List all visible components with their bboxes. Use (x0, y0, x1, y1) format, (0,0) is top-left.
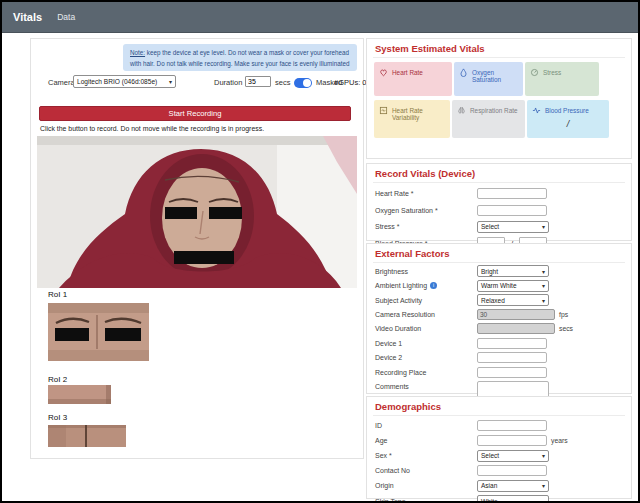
origin-select-value: Asian (481, 482, 497, 489)
roi-2-label: RoI 2 (48, 375, 67, 384)
camera-resolution-input (477, 309, 555, 320)
respiration-icon (457, 106, 466, 115)
stress-select[interactable]: Select (477, 221, 549, 233)
system-vitals-title: System Estimated Vitals (373, 42, 625, 58)
recording-hint: Click the button to record. Do not move … (40, 125, 264, 132)
roi-3-label: RoI 3 (48, 413, 67, 422)
note-prefix: Note: (130, 49, 145, 56)
app-window: Vitals Data Note: keep the device at eye… (0, 0, 640, 503)
roi-2-image (48, 385, 111, 404)
stress-field-label: Stress * (375, 223, 400, 230)
vitals-chip-row-2: Heart Rate Variability Respiration Rate … (374, 100, 625, 138)
oxygen-saturation-input[interactable] (477, 205, 547, 216)
vitals-chip-row-1: Heart Rate Oxygen Saturation Stress (374, 62, 625, 96)
contact-no-label: Contact No (375, 467, 410, 474)
video-duration-input (477, 323, 555, 334)
stress-select-value: Select (481, 223, 499, 230)
roi-1-image (48, 303, 149, 361)
subject-activity-label: Subject Activity (375, 297, 422, 304)
device2-input[interactable] (477, 352, 547, 363)
skin-tone-select-value: White (481, 498, 498, 503)
camera-select-value: Logitech BRIO (046d:085e) (77, 78, 157, 85)
system-vitals-card: System Estimated Vitals Heart Rate Oxyge… (366, 38, 632, 159)
duration-label: Duration (214, 78, 242, 87)
video-duration-unit: secs (559, 325, 573, 332)
skin-tone-label: Skin Tone (375, 498, 406, 503)
oxygen-saturation-chip: Oxygen Saturation (454, 62, 523, 96)
camera-resolution-unit: fps (559, 311, 568, 318)
duration-input[interactable] (245, 76, 271, 87)
recording-place-input[interactable] (477, 367, 547, 378)
instruction-note: Note: keep the device at eye level. Do n… (123, 44, 357, 71)
contact-no-input[interactable] (477, 465, 547, 476)
droplet-icon (459, 68, 468, 77)
recording-panel: Note: keep the device at eye level. Do n… (30, 38, 364, 459)
camera-select[interactable]: Logitech BRIO (046d:085e) (73, 75, 176, 88)
variability-icon (379, 106, 388, 115)
nav-item-data[interactable]: Data (57, 12, 75, 22)
record-vitals-card: Record Vitals (Device) Heart Rate * Oxyg… (366, 163, 632, 241)
note-text: keep the device at eye level. Do not wea… (130, 49, 349, 71)
heart-rate-field-label: Heart Rate * (375, 190, 414, 197)
skin-tone-select[interactable]: White (477, 495, 549, 503)
stress-chip: Stress (525, 62, 599, 96)
subject-activity-select-value: Relaxed (481, 297, 505, 304)
brightness-select-value: Bright (481, 268, 498, 275)
id-input[interactable] (477, 420, 547, 431)
external-factors-title: External Factors (373, 247, 625, 263)
comments-label: Comments (375, 383, 409, 390)
respiration-rate-chip: Respiration Rate (452, 100, 525, 138)
age-input[interactable] (477, 435, 547, 446)
blood-pressure-chip: Blood Pressure / (527, 100, 609, 138)
blood-pressure-chip-label: Blood Pressure (545, 107, 589, 114)
roi-3-image (48, 425, 126, 447)
sex-select-value: Select (481, 452, 499, 459)
info-icon[interactable] (430, 282, 437, 289)
origin-label: Origin (375, 482, 394, 489)
nav-brand-vitals[interactable]: Vitals (13, 11, 42, 23)
brightness-label: Brightness (375, 268, 408, 275)
heart-rate-variability-chip: Heart Rate Variability (374, 100, 450, 138)
device1-label: Device 1 (375, 340, 402, 347)
duration-unit-label: secs (275, 78, 290, 87)
ambient-lighting-select-value: Warm White (481, 282, 517, 289)
blood-pressure-chip-value: / (532, 119, 604, 129)
demographics-card: Demographics ID Age years Sex * Select C… (366, 396, 632, 499)
subject-activity-select[interactable]: Relaxed (477, 294, 549, 306)
stress-chip-label: Stress (543, 69, 561, 76)
ambient-lighting-select[interactable]: Warm White (477, 280, 549, 292)
device1-input[interactable] (477, 338, 547, 349)
pulse-icon (532, 106, 541, 115)
heart-rate-input[interactable] (477, 188, 547, 199)
heart-rate-chip-label: Heart Rate (392, 69, 423, 76)
origin-select[interactable]: Asian (477, 480, 549, 492)
heart-icon (379, 68, 388, 77)
age-label: Age (375, 437, 387, 444)
recording-place-label: Recording Place (375, 369, 426, 376)
sex-label: Sex * (375, 452, 392, 459)
age-unit: years (551, 437, 568, 444)
start-recording-button[interactable]: Start Recording (39, 106, 351, 121)
demographics-title: Demographics (373, 400, 625, 416)
oxygen-saturation-chip-label: Oxygen Saturation (472, 69, 518, 83)
masked-toggle-knob (303, 79, 311, 87)
masked-toggle[interactable] (294, 78, 312, 88)
sex-select[interactable]: Select (477, 450, 549, 462)
camera-label: Camera (48, 78, 75, 87)
camera-resolution-label: Camera Resolution (375, 311, 435, 318)
external-factors-card: External Factors Brightness Bright Ambie… (366, 243, 632, 394)
record-vitals-title: Record Vitals (Device) (373, 167, 625, 183)
id-label: ID (375, 422, 382, 429)
roi-1-label: RoI 1 (48, 290, 67, 299)
ambient-lighting-label: Ambient Lighting (375, 282, 427, 289)
stress-icon (530, 68, 539, 77)
oxygen-field-label: Oxygen Saturation * (375, 207, 438, 214)
heart-rate-chip: Heart Rate (374, 62, 452, 96)
brightness-select[interactable]: Bright (477, 265, 549, 277)
top-navbar: Vitals Data (2, 2, 638, 33)
video-duration-label: Video Duration (375, 325, 421, 332)
gpus-count-label: #GPUs: 0 (334, 78, 367, 87)
device2-label: Device 2 (375, 354, 402, 361)
webcam-preview-image (37, 136, 357, 288)
respiration-rate-chip-label: Respiration Rate (470, 107, 518, 114)
